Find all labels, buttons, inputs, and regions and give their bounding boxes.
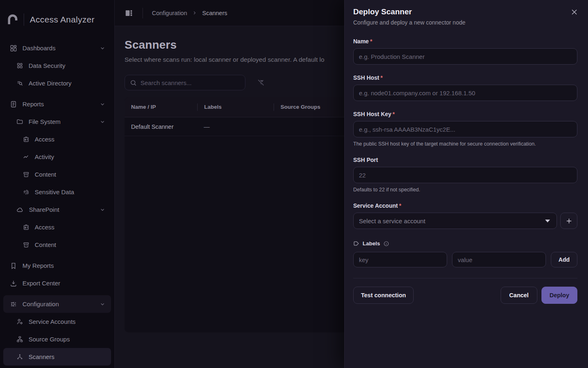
chevron-right-icon bbox=[192, 10, 197, 16]
sidebar-nav: Dashboards Data Security Active Director… bbox=[0, 39, 114, 366]
ssh-port-field[interactable] bbox=[353, 167, 577, 183]
sidebar-item-label: Export Center bbox=[22, 280, 60, 287]
sidebar-item-label: Configuration bbox=[22, 301, 59, 307]
search-icon bbox=[130, 79, 137, 86]
chevron-down-icon bbox=[100, 301, 105, 307]
labels-label: Labels bbox=[363, 240, 380, 247]
ssh-host-key-field[interactable] bbox=[353, 121, 577, 137]
topbar-divider bbox=[143, 8, 143, 18]
ssh-port-label: SSH Port bbox=[353, 157, 577, 163]
chevron-down-icon bbox=[100, 119, 105, 125]
info-icon bbox=[383, 241, 389, 247]
archive-icon bbox=[23, 171, 29, 178]
add-service-account-button[interactable] bbox=[560, 213, 577, 229]
active-directory-icon bbox=[16, 80, 23, 87]
user-gear-icon bbox=[16, 318, 23, 325]
ssh-host-field[interactable] bbox=[353, 85, 577, 101]
sidebar-item-fs-sensitive-data[interactable]: Sensitive Data bbox=[3, 183, 111, 201]
sidebar-item-reports[interactable]: Reports bbox=[3, 95, 111, 113]
sidebar-item-label: Data Security bbox=[29, 62, 65, 69]
chevron-down-icon bbox=[100, 207, 105, 213]
sidebar-item-active-directory[interactable]: Active Directory bbox=[3, 74, 111, 92]
sidebar-item-label: SharePoint bbox=[29, 206, 59, 213]
drawer-title: Deploy Scanner bbox=[353, 7, 577, 16]
ssh-port-field-group: SSH Port Defaults to 22 if not specified… bbox=[353, 157, 577, 193]
sidebar-item-label: Dashboards bbox=[22, 45, 56, 52]
sidebar-item-sharepoint[interactable]: SharePoint bbox=[3, 201, 111, 218]
required-marker: * bbox=[399, 202, 401, 209]
app-root: Access Analyzer Dashboards Data Security… bbox=[0, 0, 588, 368]
footer-divider bbox=[353, 278, 577, 278]
caret-down-icon bbox=[545, 220, 550, 222]
column-name-ip: Name / IP bbox=[125, 103, 197, 111]
sidebar-item-configuration[interactable]: Configuration bbox=[3, 295, 111, 313]
sidebar-item-service-accounts[interactable]: Service Accounts bbox=[3, 313, 111, 330]
sidebar-item-label: Scanners bbox=[29, 353, 54, 360]
sidebar-item-my-reports[interactable]: My Reports bbox=[3, 257, 111, 274]
service-account-select[interactable]: Select a service account bbox=[353, 213, 557, 229]
dashboards-icon bbox=[10, 45, 17, 52]
sidebar-item-label: Activity bbox=[35, 153, 54, 160]
id-badge-icon bbox=[23, 136, 29, 143]
sidebar-item-label: Reports bbox=[22, 101, 44, 108]
data-security-icon bbox=[16, 62, 23, 69]
activity-icon bbox=[23, 154, 29, 160]
sidebar-item-label: Access bbox=[35, 224, 54, 231]
label-key-field[interactable] bbox=[353, 252, 447, 267]
filter-off-icon[interactable] bbox=[257, 79, 265, 87]
app-title: Access Analyzer bbox=[30, 15, 95, 25]
sidebar-toggle-button[interactable] bbox=[125, 9, 134, 18]
sidebar-item-sp-access[interactable]: Access bbox=[3, 218, 111, 236]
cloud-icon bbox=[16, 206, 24, 213]
close-icon[interactable] bbox=[570, 8, 578, 16]
app-logo: Access Analyzer bbox=[0, 0, 114, 39]
ssh-port-help: Defaults to 22 if not specified. bbox=[353, 187, 577, 193]
cancel-button[interactable]: Cancel bbox=[501, 287, 537, 304]
drawer-subtitle: Configure and deploy a new connector nod… bbox=[353, 19, 577, 26]
deploy-button[interactable]: Deploy bbox=[541, 287, 577, 304]
sidebar-item-label: Source Groups bbox=[29, 336, 70, 343]
name-field-group: Name* bbox=[353, 38, 577, 65]
reports-icon bbox=[10, 101, 17, 108]
deploy-form: Name* SSH Host* SSH Host Key* The public… bbox=[353, 38, 577, 304]
test-connection-button[interactable]: Test connection bbox=[353, 287, 414, 304]
chevron-down-icon bbox=[100, 101, 105, 107]
label-value-field[interactable] bbox=[452, 252, 546, 267]
name-field[interactable] bbox=[353, 48, 577, 65]
sidebar-item-fs-activity[interactable]: Activity bbox=[3, 148, 111, 166]
cell-scanner-labels: — bbox=[197, 123, 274, 130]
required-marker: * bbox=[370, 38, 372, 45]
sidebar-item-label: File System bbox=[29, 118, 60, 125]
archive-icon bbox=[23, 242, 29, 248]
sidebar-item-scanners[interactable]: Scanners bbox=[3, 348, 111, 366]
sidebar-item-source-groups[interactable]: Source Groups bbox=[3, 330, 111, 348]
ssh-host-key-field-group: SSH Host Key* The public SSH host key of… bbox=[353, 111, 577, 147]
sliders-icon bbox=[10, 301, 17, 308]
sidebar-item-fs-access[interactable]: Access bbox=[3, 130, 111, 148]
ssh-host-key-label: SSH Host Key* bbox=[353, 111, 577, 117]
sidebar-item-file-system[interactable]: File System bbox=[3, 113, 111, 130]
breadcrumb: Configuration Scanners bbox=[152, 10, 227, 16]
breadcrumb-configuration[interactable]: Configuration bbox=[152, 10, 187, 16]
breadcrumb-scanners[interactable]: Scanners bbox=[202, 10, 227, 16]
sidebar-item-sp-content[interactable]: Content bbox=[3, 236, 111, 254]
plus-icon bbox=[566, 218, 572, 224]
sidebar: Access Analyzer Dashboards Data Security… bbox=[0, 0, 115, 368]
sidebar-item-label: Content bbox=[35, 241, 56, 248]
service-account-field-group: Service Account* Select a service accoun… bbox=[353, 202, 577, 229]
scanner-node-icon bbox=[16, 353, 23, 360]
search-input[interactable] bbox=[140, 79, 240, 86]
drawer-footer: Test connection Cancel Deploy bbox=[353, 287, 577, 304]
sidebar-item-dashboards[interactable]: Dashboards bbox=[3, 39, 111, 57]
sidebar-item-fs-content[interactable]: Content bbox=[3, 166, 111, 183]
required-marker: * bbox=[392, 111, 394, 117]
search-box bbox=[125, 75, 245, 90]
service-account-label: Service Account* bbox=[353, 202, 577, 209]
service-account-value: Select a service account bbox=[359, 218, 545, 224]
sidebar-item-label: Service Accounts bbox=[29, 318, 76, 325]
sidebar-item-export-center[interactable]: Export Center bbox=[3, 274, 111, 292]
name-label: Name* bbox=[353, 38, 577, 45]
cell-scanner-name: Default Scanner bbox=[125, 123, 197, 130]
sidebar-item-data-security[interactable]: Data Security bbox=[3, 57, 111, 74]
add-label-button[interactable]: Add bbox=[551, 252, 577, 267]
